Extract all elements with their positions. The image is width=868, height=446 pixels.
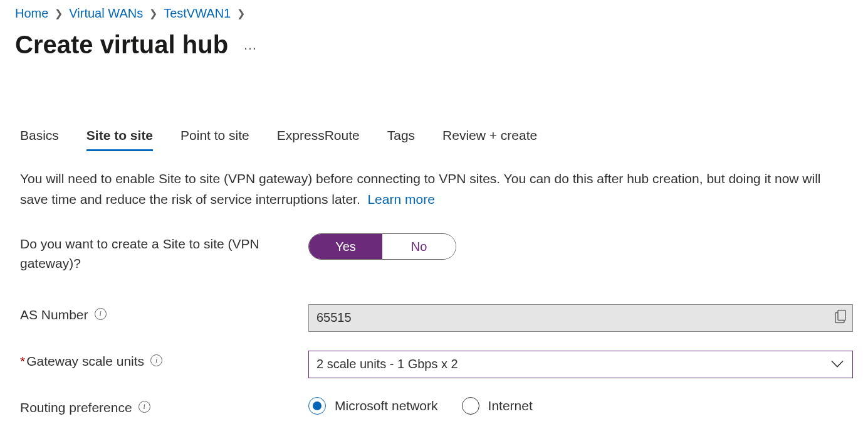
label-routing-preference: Routing preference bbox=[20, 398, 132, 417]
tab-expressroute[interactable]: ExpressRoute bbox=[277, 128, 360, 151]
label-create-gateway: Do you want to create a Site to site (VP… bbox=[20, 235, 283, 273]
select-gateway-scale-value: 2 scale units - 1 Gbps x 2 bbox=[316, 357, 458, 371]
tab-site-to-site[interactable]: Site to site bbox=[86, 128, 153, 151]
label-gateway-scale: Gateway scale units bbox=[26, 354, 144, 368]
radio-label: Microsoft network bbox=[335, 398, 438, 413]
breadcrumb-virtual-wans[interactable]: Virtual WANs bbox=[69, 6, 143, 21]
learn-more-link[interactable]: Learn more bbox=[367, 192, 434, 206]
select-gateway-scale[interactable]: 2 scale units - 1 Gbps x 2 bbox=[308, 351, 853, 378]
tab-description: You will need to enable Site to site (VP… bbox=[20, 169, 835, 210]
info-icon[interactable]: i bbox=[139, 401, 150, 413]
required-indicator: * bbox=[20, 354, 25, 368]
info-icon[interactable]: i bbox=[95, 308, 107, 320]
input-as-number bbox=[308, 304, 853, 332]
page-title: Create virtual hub bbox=[15, 31, 228, 59]
copy-icon[interactable] bbox=[835, 309, 847, 326]
info-icon[interactable]: i bbox=[150, 354, 162, 366]
row-as-number: AS Number i bbox=[20, 304, 853, 332]
row-gateway-scale: *Gateway scale units i 2 scale units - 1… bbox=[20, 351, 853, 378]
toggle-create-gateway[interactable]: Yes No bbox=[308, 233, 456, 260]
tab-basics[interactable]: Basics bbox=[20, 128, 59, 151]
tab-review-create[interactable]: Review + create bbox=[442, 128, 537, 151]
breadcrumb-testvwan1[interactable]: TestVWAN1 bbox=[164, 6, 231, 21]
row-routing-preference: Routing preference i Microsoft network I… bbox=[20, 397, 853, 417]
radio-label: Internet bbox=[488, 398, 533, 413]
row-create-gateway: Do you want to create a Site to site (VP… bbox=[20, 233, 853, 273]
tabs: Basics Site to site Point to site Expres… bbox=[20, 128, 853, 151]
breadcrumb: Home ❯ Virtual WANs ❯ TestVWAN1 ❯ bbox=[15, 6, 853, 21]
more-actions-icon[interactable]: … bbox=[243, 37, 258, 53]
radio-circle-icon bbox=[462, 397, 479, 415]
chevron-right-icon: ❯ bbox=[55, 8, 63, 19]
tab-tags[interactable]: Tags bbox=[387, 128, 415, 151]
toggle-yes[interactable]: Yes bbox=[309, 234, 382, 259]
tab-point-to-site[interactable]: Point to site bbox=[180, 128, 249, 151]
svg-rect-0 bbox=[838, 310, 845, 320]
radio-microsoft-network[interactable]: Microsoft network bbox=[308, 397, 438, 415]
radio-group-routing: Microsoft network Internet bbox=[308, 397, 853, 415]
breadcrumb-home[interactable]: Home bbox=[15, 6, 48, 21]
chevron-right-icon: ❯ bbox=[149, 8, 157, 19]
label-as-number: AS Number bbox=[20, 305, 88, 324]
radio-circle-icon bbox=[308, 397, 326, 415]
toggle-no[interactable]: No bbox=[382, 234, 456, 259]
page-header: Create virtual hub … bbox=[15, 31, 853, 59]
chevron-right-icon: ❯ bbox=[237, 8, 245, 19]
radio-internet[interactable]: Internet bbox=[462, 397, 533, 415]
